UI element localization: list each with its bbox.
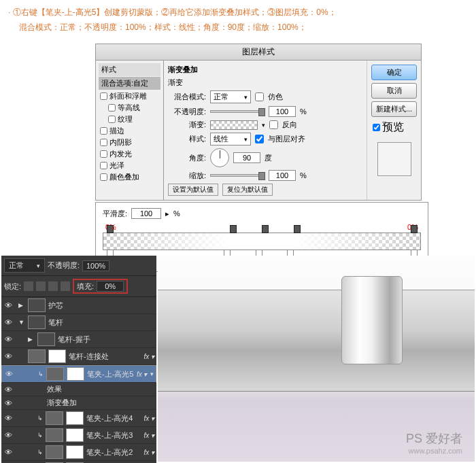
layer-tree[interactable]: 👁▶护芯👁▼笔杆👁▶笔杆-握手👁笔杆-连接处fx ▾👁↳笔夹-上-高光5fx ▾… bbox=[1, 297, 156, 463]
style-select[interactable]: 线性 bbox=[210, 133, 251, 145]
lock-position-icon[interactable] bbox=[48, 281, 58, 291]
clip-icon: ↳ bbox=[37, 415, 43, 422]
layer-name: 笔杆-握手 bbox=[58, 335, 90, 345]
layer-name: 笔杆-连接处 bbox=[69, 351, 109, 362]
opacity-slider[interactable] bbox=[210, 110, 265, 113]
layer-name: 笔夹-上-高光5 bbox=[87, 369, 133, 379]
angle-input[interactable]: 90 bbox=[233, 152, 260, 163]
visibility-icon[interactable]: 👁 bbox=[3, 301, 13, 309]
folder-icon bbox=[37, 332, 55, 346]
bevel-checkbox[interactable] bbox=[100, 92, 107, 100]
visibility-icon[interactable]: 👁 bbox=[4, 370, 14, 378]
new-style-button[interactable]: 新建样式... bbox=[371, 101, 417, 117]
mask-thumb bbox=[66, 428, 84, 442]
layer-row[interactable]: 👁▶笔杆-握手 bbox=[1, 331, 156, 348]
preview-checkbox[interactable] bbox=[373, 124, 380, 131]
fx-badge[interactable]: fx ▾ bbox=[143, 415, 154, 422]
opacity-stop[interactable] bbox=[411, 225, 418, 233]
lock-transparency-icon[interactable] bbox=[24, 281, 33, 291]
visibility-icon[interactable]: 👁 bbox=[3, 399, 13, 407]
gradient-overlay-title: 渐变叠加 bbox=[168, 65, 362, 75]
visibility-icon[interactable]: 👁 bbox=[3, 448, 13, 456]
pen-clip-render bbox=[341, 276, 403, 364]
satin-checkbox[interactable] bbox=[100, 162, 107, 169]
layer-row[interactable]: 👁▶护芯 bbox=[1, 297, 156, 314]
scale-slider[interactable] bbox=[210, 174, 265, 177]
disclosure-icon[interactable]: ▼ bbox=[18, 319, 25, 326]
clip-icon: ↳ bbox=[37, 449, 43, 456]
styles-header[interactable]: 样式 bbox=[99, 63, 160, 76]
color-overlay-checkbox[interactable] bbox=[100, 173, 107, 181]
opacity-stop[interactable] bbox=[294, 225, 301, 233]
set-default-button[interactable]: 设置为默认值 bbox=[168, 184, 218, 196]
gradient-swatch[interactable] bbox=[210, 120, 258, 130]
disclosure-icon[interactable]: ▶ bbox=[28, 336, 35, 343]
align-checkbox[interactable] bbox=[255, 135, 264, 143]
layer-style-dialog: 图层样式 样式 混合选项:自定 斜面和浮雕 等高线 纹理 描边 内阴影 内发光 … bbox=[95, 44, 422, 201]
opacity-input[interactable]: 100 bbox=[269, 106, 296, 117]
fx-badge[interactable]: fx ▾ bbox=[143, 449, 154, 456]
visibility-icon[interactable]: 👁 bbox=[3, 335, 13, 343]
layers-panel: 正常 不透明度: 100% 锁定: 填充: 0% 👁▶护芯👁▼笔杆👁▶笔杆-握手… bbox=[1, 256, 156, 463]
layer-row[interactable]: 👁效果 bbox=[1, 383, 156, 396]
stroke-checkbox[interactable] bbox=[100, 127, 107, 135]
mask-thumb bbox=[66, 445, 84, 459]
layer-row[interactable]: 👁笔杆-连接处fx ▾ bbox=[1, 348, 156, 365]
layer-name: 渐变叠加 bbox=[47, 398, 77, 408]
visibility-icon[interactable]: 👁 bbox=[3, 431, 13, 439]
lock-all-icon[interactable] bbox=[61, 281, 70, 291]
ok-button[interactable]: 确定 bbox=[371, 65, 417, 80]
layer-opacity-input[interactable]: 100% bbox=[82, 260, 109, 271]
layer-name: 效果 bbox=[47, 384, 62, 394]
canvas-preview: PS 爱好者 www.psahz.com bbox=[158, 256, 475, 462]
cancel-button[interactable]: 取消 bbox=[371, 83, 417, 99]
instruction-line-1: · ①右键【笔夹-上-高光5】创建剪切蒙版；②再给它添加渐变叠加样式；③图层填充… bbox=[8, 5, 468, 20]
layer-thumb bbox=[46, 428, 63, 442]
fx-badge[interactable]: fx ▾ bbox=[143, 432, 154, 439]
smooth-input[interactable]: 100 bbox=[131, 208, 161, 219]
layer-row[interactable]: 👁↳笔夹-上-高光4fx ▾ bbox=[1, 410, 156, 427]
texture-checkbox[interactable] bbox=[108, 116, 116, 123]
layer-row[interactable]: 👁↳笔夹-上-高光5fx ▾ bbox=[1, 365, 156, 383]
opacity-stop[interactable] bbox=[107, 225, 114, 233]
layer-name: 笔杆 bbox=[48, 318, 63, 328]
mask-thumb bbox=[48, 349, 66, 363]
instruction-line-2: 混合模式：正常；不透明度：100%；样式：线性；角度：90度；缩放：100%； bbox=[8, 20, 468, 35]
layer-name: 护芯 bbox=[48, 301, 63, 311]
blend-options-item[interactable]: 混合选项:自定 bbox=[99, 77, 160, 90]
reverse-checkbox[interactable] bbox=[269, 120, 278, 129]
gradient-subtitle: 渐变 bbox=[168, 78, 362, 88]
layer-thumb bbox=[46, 367, 64, 381]
layer-row[interactable]: 👁↳笔夹-上-高光3fx ▾ bbox=[1, 427, 156, 444]
folder-icon bbox=[28, 315, 46, 329]
preview-swatch bbox=[377, 142, 411, 176]
layer-row[interactable]: 👁▼笔杆 bbox=[1, 314, 156, 331]
visibility-icon[interactable]: 👁 bbox=[3, 318, 13, 326]
visibility-icon[interactable]: 👁 bbox=[3, 414, 13, 422]
inner-shadow-checkbox[interactable] bbox=[100, 139, 107, 146]
lock-pixels-icon[interactable] bbox=[36, 281, 46, 291]
visibility-icon[interactable]: 👁 bbox=[3, 385, 13, 394]
gradient-bar[interactable] bbox=[103, 233, 421, 250]
fx-badge[interactable]: fx ▾ bbox=[137, 371, 148, 378]
angle-dial[interactable] bbox=[210, 148, 229, 167]
layer-thumb bbox=[46, 411, 63, 425]
opacity-stop[interactable] bbox=[262, 225, 269, 233]
blend-mode-select[interactable]: 正常 bbox=[210, 90, 251, 103]
scale-input[interactable]: 100 bbox=[269, 170, 296, 181]
mask-thumb bbox=[66, 411, 84, 425]
layer-row[interactable]: 👁↳笔夹-上-高光2fx ▾ bbox=[1, 444, 156, 461]
fx-badge[interactable]: fx ▾ bbox=[143, 353, 154, 360]
layer-row[interactable]: 👁渐变叠加 bbox=[1, 396, 156, 410]
disclosure-icon[interactable]: ▶ bbox=[18, 302, 25, 309]
fill-input[interactable]: 0% bbox=[97, 281, 124, 292]
opacity-stop[interactable] bbox=[230, 225, 237, 233]
inner-glow-checkbox[interactable] bbox=[100, 150, 107, 158]
layer-blend-select[interactable]: 正常 bbox=[4, 258, 45, 273]
dialog-title: 图层样式 bbox=[96, 44, 421, 61]
layer-thumb bbox=[28, 349, 46, 363]
visibility-icon[interactable]: 👁 bbox=[3, 352, 13, 360]
reset-default-button[interactable]: 复位为默认值 bbox=[222, 184, 273, 196]
dither-checkbox[interactable] bbox=[255, 92, 264, 101]
contour-checkbox[interactable] bbox=[108, 104, 116, 112]
